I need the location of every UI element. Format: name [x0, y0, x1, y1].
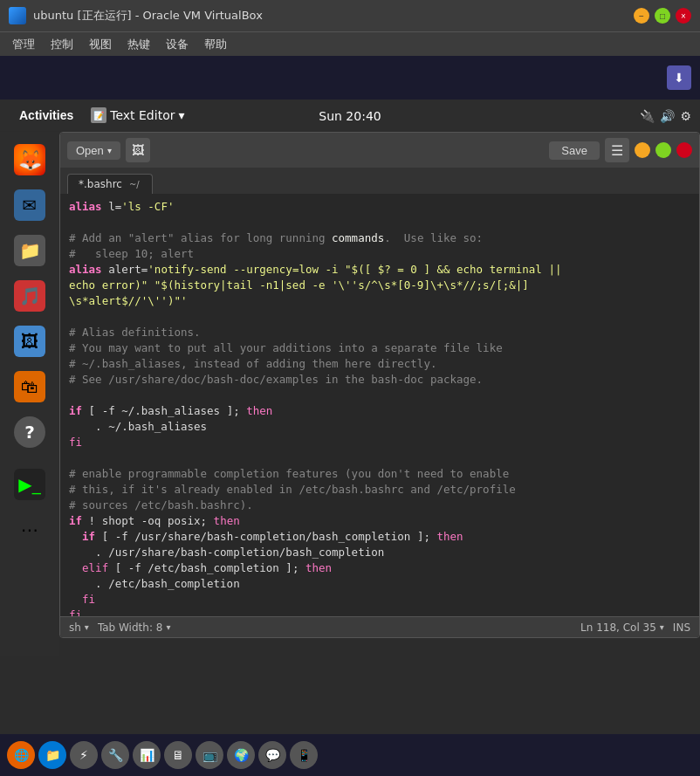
taskbar-app6[interactable]: 🌍: [227, 741, 255, 769]
maximize-button[interactable]: □: [655, 8, 670, 24]
tab-bar: *.bashrc ~/: [60, 168, 699, 194]
gedit-menu-button[interactable]: ☰: [605, 138, 629, 162]
firefox-icon: 🦊: [14, 144, 45, 175]
dock-apps[interactable]: ⋯: [9, 509, 51, 551]
network-icon[interactable]: 🔌: [640, 109, 655, 123]
editor-area: alias l='ls -CF' # Add an "alert" alias …: [60, 194, 699, 616]
tab-width-selector[interactable]: Tab Width: 8 ▾: [98, 621, 171, 634]
dock-music[interactable]: 🎵: [9, 275, 51, 317]
menu-view[interactable]: 视图: [84, 35, 117, 54]
gedit-header: Open ▾ 🖼 Save ☰: [60, 133, 699, 168]
status-bar: sh ▾ Tab Width: 8 ▾ Ln 118, Col 35 ▾ INS: [60, 616, 699, 637]
notification-icon[interactable]: ⬇: [667, 65, 691, 90]
file-tab[interactable]: *.bashrc ~/: [67, 174, 153, 194]
open-label: Open: [76, 144, 104, 157]
vbox-icon: [9, 7, 26, 24]
tabwidth-arrow-icon: ▾: [166, 622, 170, 632]
dock-terminal[interactable]: ▶_: [9, 464, 51, 505]
terminal-icon: ▶_: [14, 469, 45, 500]
minimize-button[interactable]: −: [634, 8, 649, 24]
taskbar-files[interactable]: 📁: [38, 741, 66, 769]
taskbar-firefox[interactable]: 🌐: [7, 741, 35, 769]
mail-icon: ✉: [14, 189, 45, 221]
open-button[interactable]: Open ▾: [67, 141, 120, 160]
text-editor-icon: 📝: [91, 107, 106, 123]
dock-files[interactable]: 📁: [9, 230, 51, 271]
dock-store[interactable]: 🛍: [9, 366, 51, 408]
text-editor-label: Text Editor: [110, 108, 175, 122]
menu-devices[interactable]: 设备: [161, 35, 194, 54]
mode-label: INS: [673, 621, 690, 634]
menu-help[interactable]: 帮助: [199, 35, 232, 54]
dock-mail[interactable]: ✉: [9, 184, 51, 226]
language-arrow-icon: ▾: [85, 622, 89, 632]
dock-firefox[interactable]: 🦊: [9, 139, 51, 181]
cursor-position[interactable]: Ln 118, Col 35 ▾: [580, 621, 664, 634]
menu-control[interactable]: 控制: [45, 35, 79, 54]
menu-hotkeys[interactable]: 热键: [122, 35, 155, 54]
position-label: Ln 118, Col 35: [580, 621, 656, 634]
files-icon: 📁: [14, 235, 45, 266]
tab-width-label: Tab Width: 8: [98, 621, 162, 634]
titlebar: ubuntu [正在运行] - Oracle VM VirtualBox − □…: [0, 0, 700, 31]
notification-panel: ⬇: [0, 56, 700, 100]
gedit-minimize-button[interactable]: [635, 142, 650, 158]
clock: Sun 20:40: [319, 100, 381, 132]
taskbar-app4[interactable]: 🖥: [164, 741, 192, 769]
bottom-taskbar: 🌐 📁 ⚡ 🔧 📊 🖥 📺 🌍 💬 📱: [0, 734, 700, 776]
dock-photos[interactable]: 🖼: [9, 320, 51, 362]
activities-button[interactable]: Activities: [9, 100, 84, 131]
tab-path: ~/: [129, 180, 140, 189]
taskbar-app8[interactable]: 📱: [290, 741, 318, 769]
save-button[interactable]: Save: [549, 141, 600, 160]
gedit-close-button[interactable]: [676, 142, 692, 158]
dock-help[interactable]: ?: [9, 411, 51, 453]
left-dock: 🦊 ✉ 📁 🎵 🖼 🛍 ? ▶_ ⋯: [0, 132, 59, 656]
taskbar-app5[interactable]: 📺: [196, 741, 223, 769]
tab-filename: *.bashrc: [79, 178, 122, 190]
menubar: 管理 控制 视图 热键 设备 帮助: [0, 31, 700, 56]
text-editor-arrow: ▾: [178, 108, 184, 122]
recent-files-button[interactable]: 🖼: [126, 138, 150, 162]
menu-manage[interactable]: 管理: [7, 35, 40, 54]
language-label: sh: [69, 621, 81, 634]
language-selector[interactable]: sh ▾: [69, 621, 89, 634]
window-controls: − □ ×: [634, 8, 691, 24]
taskbar-app2[interactable]: 🔧: [101, 741, 129, 769]
close-button[interactable]: ×: [676, 8, 691, 24]
taskbar-app7[interactable]: 💬: [258, 741, 286, 769]
taskbar-app3[interactable]: 📊: [133, 741, 161, 769]
position-arrow-icon: ▾: [660, 622, 664, 632]
gedit-window: Open ▾ 🖼 Save ☰ *.bashrc ~/ alias l='ls …: [59, 132, 700, 638]
taskbar-app1[interactable]: ⚡: [70, 741, 98, 769]
gedit-maximize-button[interactable]: [655, 142, 671, 158]
insert-mode[interactable]: INS: [673, 621, 690, 634]
open-arrow-icon: ▾: [107, 146, 112, 155]
volume-icon[interactable]: 🔊: [660, 109, 675, 123]
window-title: ubuntu [正在运行] - Oracle VM VirtualBox: [33, 8, 627, 24]
code-editor[interactable]: alias l='ls -CF' # Add an "alert" alias …: [60, 194, 699, 616]
system-icons: 🔌 🔊 ⚙: [640, 100, 691, 132]
settings-icon[interactable]: ⚙: [680, 109, 691, 123]
help-icon: ?: [14, 416, 45, 448]
music-icon: 🎵: [14, 280, 45, 312]
text-editor-menu[interactable]: 📝 Text Editor ▾: [84, 107, 191, 123]
apps-icon: ⋯: [14, 514, 45, 546]
store-icon: 🛍: [14, 371, 45, 402]
photos-icon: 🖼: [14, 326, 45, 357]
